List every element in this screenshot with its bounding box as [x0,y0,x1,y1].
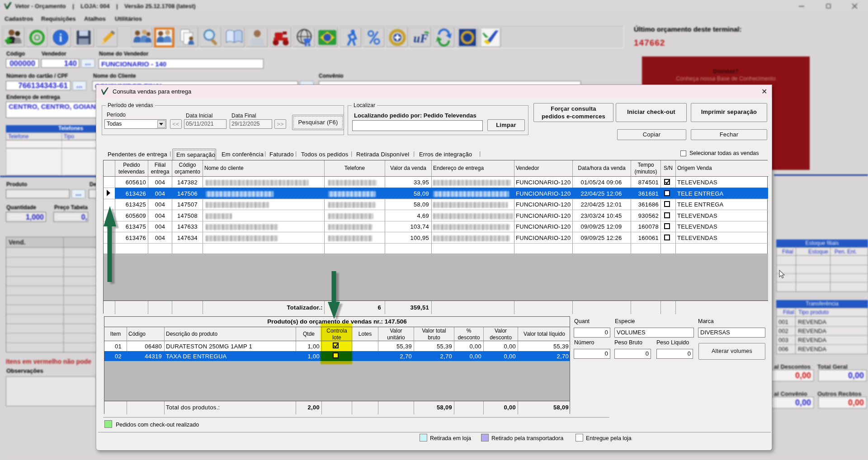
svg-text:uF: uF [413,32,428,45]
svg-text:i: i [59,32,62,44]
